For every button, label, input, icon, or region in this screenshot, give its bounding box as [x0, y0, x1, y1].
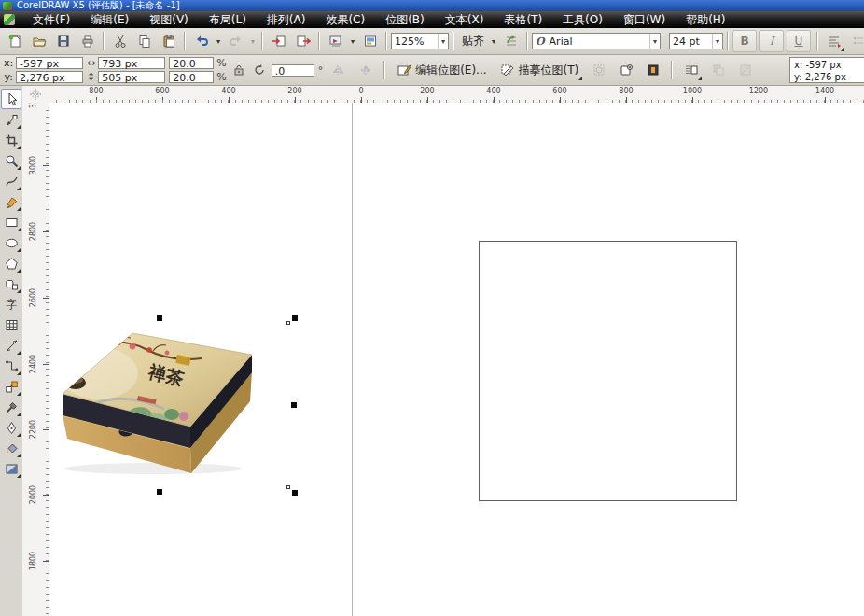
tool-outline-pen-button[interactable] [1, 417, 21, 438]
menu-help[interactable]: 帮助(H) [676, 11, 735, 28]
undo-dropdown[interactable]: ▾ [214, 37, 223, 46]
bitmap-boundary-button[interactable] [587, 59, 610, 81]
lock-ratio-button[interactable] [230, 59, 247, 81]
zoom-dropdown-arrow[interactable]: ▾ [438, 34, 445, 49]
ruler-origin-corner[interactable] [22, 86, 49, 104]
vertical-ruler[interactable]: 3200 3000 2800 2600 2400 2200 2000 1800 [22, 103, 49, 616]
image-adjustment-button[interactable] [641, 59, 664, 81]
object-width-input[interactable]: 793 px [98, 57, 165, 69]
scale-v-input[interactable]: 20.0 [169, 71, 214, 83]
page-boundary-guideline[interactable] [352, 103, 353, 616]
options-button[interactable] [499, 30, 523, 52]
new-document-button[interactable] [3, 30, 26, 52]
export-button[interactable] [291, 30, 314, 52]
underline-button[interactable]: U [787, 30, 811, 52]
vruler-label: 3000 [29, 151, 38, 179]
tool-ellipse-button[interactable] [1, 232, 21, 253]
resample-button[interactable] [706, 59, 730, 81]
tool-freehand-button[interactable] [1, 171, 21, 191]
selection-handle-top-right[interactable] [292, 315, 298, 321]
wrap-text-button[interactable] [679, 59, 703, 81]
tool-crop-button[interactable] [1, 130, 21, 150]
drawing-canvas[interactable]: 禅茶 [49, 103, 864, 616]
scale-h-input[interactable]: 20.0 [169, 57, 214, 69]
menu-effects[interactable]: 效果(C) [315, 11, 375, 28]
text-alignment-button[interactable] [822, 30, 845, 52]
undo-button[interactable] [189, 30, 213, 52]
mirror-vertical-button[interactable] [354, 59, 377, 81]
toolbar-separator [383, 61, 385, 79]
redo-button[interactable] [224, 30, 247, 52]
paste-button[interactable] [157, 30, 180, 52]
font-family-dropdown-arrow[interactable]: ▾ [649, 34, 657, 49]
application-launcher-button[interactable] [324, 30, 347, 52]
bullet-list-button[interactable] [846, 30, 864, 52]
horizontal-ruler[interactable]: 800 600 400 200 0 200 400 600 800 1000 1… [49, 86, 864, 104]
rotation-angle-input[interactable]: .0 [272, 64, 314, 77]
bitmap-mode-button[interactable] [733, 59, 757, 81]
object-height-input[interactable]: 505 px [98, 71, 165, 83]
tool-blend-button[interactable] [1, 376, 21, 397]
undo-icon [194, 34, 209, 49]
tool-eyedropper-button[interactable] [1, 397, 21, 417]
x-position-input[interactable]: -597 px [16, 57, 83, 69]
menu-table[interactable]: 表格(T) [494, 11, 552, 28]
tool-table-button[interactable] [1, 315, 21, 335]
italic-button[interactable]: I [759, 30, 784, 52]
rotate-button[interactable] [251, 59, 268, 81]
font-size-dropdown-arrow[interactable]: ▾ [712, 34, 719, 49]
menu-layout[interactable]: 布局(L) [199, 11, 257, 28]
tool-polygon-button[interactable] [1, 253, 21, 273]
font-family-combo[interactable]: O Arial ▾ [532, 33, 661, 49]
trace-bitmap-button[interactable]: 描摹位图(T) [495, 59, 584, 81]
menu-arrange[interactable]: 排列(A) [257, 11, 316, 28]
menu-edit[interactable]: 编辑(E) [80, 11, 139, 28]
print-button[interactable] [76, 30, 99, 52]
tool-dimension-button[interactable] [1, 335, 21, 356]
redo-dropdown[interactable]: ▾ [248, 37, 258, 46]
snap-to-button[interactable]: 贴齐 [458, 34, 488, 49]
open-button[interactable] [27, 30, 50, 52]
drawing-rectangle[interactable] [479, 241, 737, 501]
menu-window[interactable]: 窗口(W) [613, 11, 676, 28]
zoom-level-combo[interactable]: 125% ▾ [391, 33, 449, 49]
tool-smart-fill-button[interactable] [1, 191, 21, 212]
tool-basic-shapes-button[interactable] [1, 273, 21, 294]
menu-file[interactable]: 文件(F) [22, 11, 80, 28]
y-position-input[interactable]: 2,276 px [16, 71, 83, 83]
selection-handle-bottom-right[interactable] [292, 490, 298, 496]
straighten-image-button[interactable] [614, 59, 637, 81]
copy-button[interactable] [132, 30, 156, 52]
snap-to-dropdown[interactable]: ▾ [489, 37, 498, 46]
tool-pick-button[interactable] [1, 89, 21, 109]
selection-handle-middle-right[interactable] [291, 402, 297, 408]
mirror-horizontal-button[interactable] [327, 59, 350, 81]
tea-box-image[interactable]: 禅茶 [60, 329, 256, 476]
menu-bitmaps[interactable]: 位图(B) [375, 11, 435, 28]
save-floppy-icon [56, 34, 71, 49]
import-button[interactable] [267, 30, 290, 52]
tool-connector-button[interactable] [1, 356, 21, 376]
tool-zoom-button[interactable] [1, 150, 21, 171]
font-size-combo[interactable]: 24 pt ▾ [669, 33, 723, 49]
selection-handle-top-middle[interactable] [157, 315, 162, 321]
hruler-label: 200 [420, 87, 434, 95]
tool-text-button[interactable]: 字 [1, 294, 21, 315]
edit-bitmap-button[interactable]: 编辑位图(E)... [392, 59, 491, 81]
tool-rectangle-button[interactable] [1, 212, 21, 232]
ruler-origin-icon [29, 88, 42, 101]
eyedropper-tool-icon [5, 400, 19, 414]
bold-button[interactable]: B [732, 30, 757, 52]
menu-text[interactable]: 文本(X) [435, 11, 495, 28]
edit-bitmap-icon [397, 63, 411, 77]
menu-tools[interactable]: 工具(O) [552, 11, 613, 28]
selection-handle-bottom-middle[interactable] [157, 489, 162, 495]
tool-interactive-fill-button[interactable] [1, 458, 21, 479]
tool-fill-button[interactable] [1, 438, 21, 458]
tool-shape-button[interactable] [1, 109, 21, 130]
save-button[interactable] [51, 30, 75, 52]
cut-button[interactable] [108, 30, 132, 52]
menu-view[interactable]: 视图(V) [139, 11, 199, 28]
welcome-screen-button[interactable] [358, 30, 382, 52]
application-launcher-dropdown[interactable]: ▾ [348, 37, 357, 46]
